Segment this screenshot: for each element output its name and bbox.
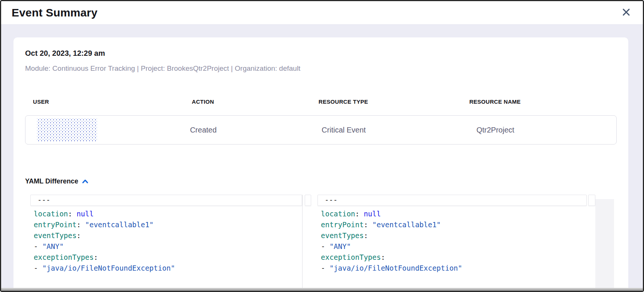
column-header-resource-name: RESOURCE NAME [429, 98, 561, 105]
highlighted-line-right: --- [318, 195, 587, 206]
yaml-pane-right[interactable]: --- location: nullentryPoint: "eventcall… [318, 195, 595, 292]
yaml-code-left: location: nullentryPoint: "eventcallable… [30, 206, 302, 274]
event-meta: Module: Continuous Error Tracking | Proj… [25, 64, 617, 73]
cell-resource-type: Critical Event [258, 126, 430, 134]
yaml-pane-left[interactable]: --- location: nullentryPoint: "eventcall… [30, 195, 303, 292]
event-timestamp: Oct 20, 2023, 12:29 am [25, 49, 617, 58]
column-header-user: USER [25, 98, 149, 105]
close-icon [622, 8, 630, 17]
yaml-diff-merge-view: --- location: nullentryPoint: "eventcall… [30, 195, 617, 292]
highlighted-line-left: --- [30, 195, 302, 206]
audit-table-header: USER ACTION RESOURCE TYPE RESOURCE NAME [25, 98, 617, 105]
event-summary-modal: Event Summary Oct 20, 2023, 12:29 am Mod… [0, 0, 644, 292]
modal-header: Event Summary [1, 1, 643, 25]
merge-gutter-box [305, 195, 311, 206]
yaml-difference-section-header: YAML Difference [25, 177, 617, 185]
page-title: Event Summary [12, 6, 97, 19]
yaml-difference-label: YAML Difference [25, 177, 78, 185]
scrollbar-gutter-box [588, 195, 595, 206]
redacted-user-pattern [37, 118, 97, 142]
table-row: Created Critical Event Qtr2Project [25, 115, 617, 145]
chevron-up-icon [82, 179, 88, 185]
column-header-action: ACTION [149, 98, 257, 105]
column-header-resource-type: RESOURCE TYPE [257, 98, 429, 105]
close-button[interactable] [621, 8, 631, 18]
window-bottom-edge [1, 288, 643, 291]
yaml-code-right: location: nullentryPoint: "eventcallable… [318, 206, 595, 274]
cell-action: Created [149, 126, 258, 134]
modal-body: Oct 20, 2023, 12:29 am Module: Continuou… [1, 25, 643, 292]
scrollbar-track[interactable] [595, 199, 614, 292]
cell-user [25, 118, 149, 142]
cell-resource-name: Qtr2Project [430, 126, 561, 134]
event-card: Oct 20, 2023, 12:29 am Module: Continuou… [13, 37, 628, 292]
collapse-toggle-button[interactable] [82, 178, 88, 185]
